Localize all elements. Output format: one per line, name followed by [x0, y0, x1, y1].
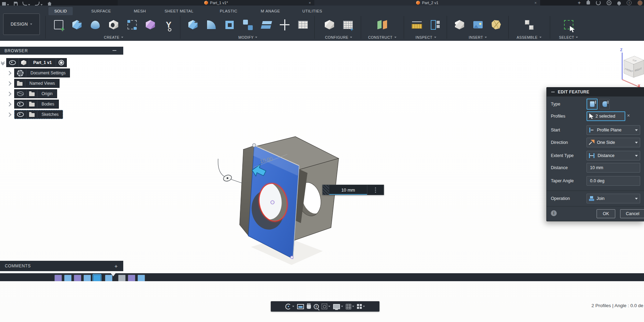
deselect-x-icon[interactable]: × — [627, 113, 630, 118]
new-component-icon[interactable] — [522, 17, 536, 33]
insert-derive-icon[interactable] — [452, 17, 467, 33]
view-cube[interactable]: Z X FRONT RIGHT TOP — [614, 44, 644, 89]
timeline-feature-icon[interactable] — [118, 275, 126, 281]
close-tab-icon[interactable]: × — [309, 0, 311, 5]
taper-angle-input[interactable]: 0.0 deg — [587, 176, 640, 186]
browser-row-bodies[interactable]: Bodies — [8, 100, 59, 109]
orbit-icon[interactable] — [285, 304, 294, 310]
distance-input-box[interactable]: 10 mm — [322, 185, 384, 195]
press-pull-icon[interactable] — [186, 17, 200, 33]
workspace-switcher[interactable]: DESIGN — [3, 13, 40, 35]
pan-icon[interactable] — [307, 304, 311, 309]
browser-header[interactable]: BROWSER — [0, 47, 123, 55]
info-icon[interactable]: i — [551, 210, 557, 216]
timeline-feature-icon[interactable] — [74, 275, 81, 281]
group-label-inspect[interactable]: INSPECT — [415, 34, 436, 40]
help-icon[interactable]: ! — [627, 0, 632, 5]
ribbon-tab-mesh[interactable]: MESH — [131, 7, 149, 15]
move-copy-icon[interactable] — [277, 17, 292, 33]
operation-dropdown[interactable]: Join — [587, 194, 640, 203]
construct-plane-icon[interactable] — [375, 17, 390, 33]
home-icon[interactable] — [47, 1, 52, 6]
shell-icon[interactable] — [222, 17, 237, 33]
file-menu-icon[interactable] — [2, 1, 9, 6]
pattern-icon[interactable] — [125, 17, 139, 33]
extensions-icon[interactable] — [587, 1, 590, 4]
sketch-corner-point[interactable] — [290, 256, 293, 259]
notifications-bell-icon[interactable] — [617, 1, 621, 4]
ribbon-tab-solid[interactable]: SOLID — [48, 7, 73, 15]
sketch-corner-point-2[interactable] — [252, 144, 256, 147]
sketch-center-point[interactable] — [271, 201, 274, 204]
hole-icon[interactable] — [106, 17, 121, 33]
save-icon[interactable] — [14, 1, 18, 6]
group-label-modify[interactable]: MODIFY — [239, 34, 258, 40]
ribbon-tab-utilities[interactable]: UTILITIES — [299, 7, 325, 15]
ribbon-tab-m-anage[interactable]: M ANAGE — [259, 7, 282, 15]
close-tab-icon[interactable]: × — [535, 0, 537, 5]
undo-icon[interactable] — [23, 1, 30, 6]
revision-target-icon[interactable] — [56, 58, 66, 67]
change-parameters-icon[interactable] — [296, 17, 310, 33]
timeline-feature-icon[interactable] — [93, 275, 101, 281]
add-comment-icon[interactable]: + — [115, 263, 118, 269]
eye-icon[interactable] — [15, 110, 27, 119]
create-form-icon[interactable] — [143, 17, 158, 33]
eye-icon[interactable] — [15, 100, 27, 108]
insert-mesh-icon[interactable] — [489, 17, 503, 33]
extrude-solid-type-icon[interactable] — [587, 99, 598, 110]
cancel-button[interactable]: Cancel — [620, 209, 644, 218]
new-document-tab-icon[interactable]: + — [578, 0, 581, 5]
dialog-header[interactable]: EDIT FEATURE — [547, 88, 644, 96]
eye-icon[interactable] — [7, 58, 19, 67]
extent-type-dropdown[interactable]: Distance — [587, 151, 640, 160]
browser-row-sketches[interactable]: Sketches — [8, 110, 63, 119]
generative-design-icon[interactable] — [161, 17, 176, 33]
browser-row-document-settings[interactable]: Document Settings — [8, 68, 70, 77]
timeline-feature-icon[interactable] — [64, 275, 72, 281]
split-body-icon[interactable] — [259, 17, 274, 33]
collapse-dialog-icon[interactable] — [551, 92, 555, 92]
document-tab[interactable]: Part_2 v1× — [314, 0, 540, 6]
timeline-feature-icon[interactable] — [137, 275, 145, 281]
extrude-thin-type-icon[interactable] — [599, 99, 610, 109]
direction-dropdown[interactable]: One Side — [587, 138, 640, 147]
eye-off-icon[interactable] — [15, 90, 27, 98]
measure-icon[interactable] — [410, 17, 424, 33]
ribbon-tab-sheet-metal[interactable]: SHEET METAL — [160, 7, 198, 15]
redo-icon[interactable] — [35, 1, 43, 6]
expand-chevron-icon[interactable] — [7, 102, 11, 107]
group-label-create[interactable]: CREATE — [104, 34, 123, 40]
start-dropdown[interactable]: Profile Plane — [587, 125, 640, 135]
display-settings-icon[interactable] — [333, 304, 343, 309]
timeline-feature-icon[interactable] — [128, 275, 135, 281]
collapse-panel-icon[interactable] — [113, 50, 116, 51]
look-at-icon[interactable] — [297, 304, 304, 309]
fit-icon[interactable] — [322, 304, 330, 309]
timeline-feature-icon[interactable] — [83, 275, 91, 281]
configuration-table-icon[interactable] — [341, 17, 355, 33]
group-label-select[interactable]: SELECT — [559, 34, 578, 40]
revolve-icon[interactable] — [88, 17, 102, 33]
ribbon-tab-plastic[interactable]: PLASTIC — [217, 7, 240, 15]
distance-input[interactable]: 10 mm — [587, 163, 640, 173]
expand-chevron-icon[interactable] — [7, 112, 11, 117]
distance-input[interactable]: 10 mm — [329, 185, 367, 195]
sync-status-icon[interactable] — [596, 0, 601, 5]
input-drag-grip[interactable] — [323, 185, 329, 195]
extrude-icon[interactable] — [70, 17, 84, 33]
comments-panel[interactable]: COMMENTS + — [0, 261, 123, 271]
kebab-menu-icon[interactable] — [367, 185, 384, 195]
zoom-icon[interactable]: ± — [314, 304, 319, 309]
document-tab[interactable]: Part_1 v1*× — [118, 0, 314, 6]
expand-chevron-icon[interactable] — [7, 71, 11, 75]
group-label-configure[interactable]: CONFIGURE — [325, 34, 352, 40]
group-label-insert[interactable]: INSERT — [469, 34, 487, 40]
browser-root-row[interactable]: Part_1 v1 — [0, 58, 67, 67]
ok-button[interactable]: OK — [597, 209, 615, 218]
expand-chevron-icon[interactable] — [7, 92, 11, 96]
group-label-assemble[interactable]: ASSEMBLE — [517, 34, 542, 40]
profiles-selection-field[interactable]: 2 selected — [587, 111, 625, 121]
browser-row-origin[interactable]: Origin — [8, 89, 57, 98]
job-status-icon[interactable] — [607, 0, 611, 5]
